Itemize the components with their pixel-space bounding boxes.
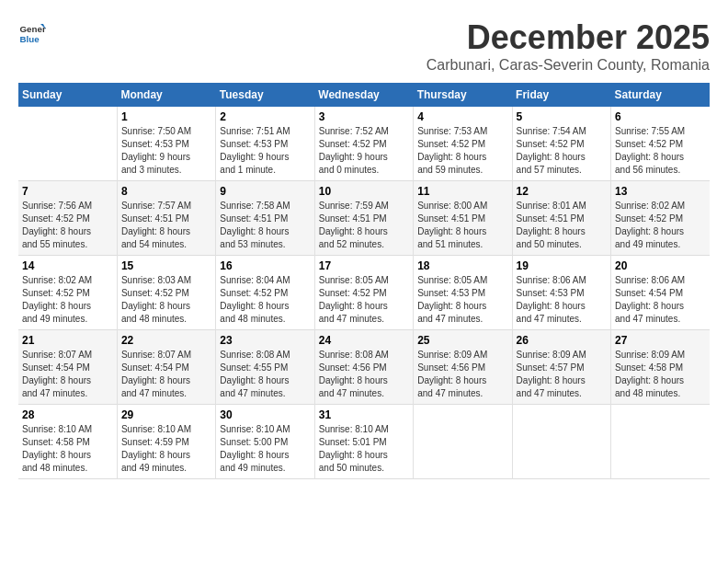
day-number: 19 <box>517 259 607 272</box>
calendar-cell: 8Sunrise: 7:57 AMSunset: 4:51 PMDaylight… <box>117 181 215 256</box>
calendar-cell: 2Sunrise: 7:51 AMSunset: 4:53 PMDaylight… <box>216 107 314 181</box>
daylight-line2: and 47 minutes. <box>121 387 211 400</box>
day-number: 8 <box>121 185 211 198</box>
sunrise-text: Sunrise: 8:06 AM <box>615 274 706 287</box>
daylight-line2: and 47 minutes. <box>22 387 113 400</box>
daylight-line2: and 56 minutes. <box>615 164 706 177</box>
sunset-text: Sunset: 5:01 PM <box>319 436 409 449</box>
day-info: Sunrise: 7:52 AMSunset: 4:52 PMDaylight:… <box>319 125 409 177</box>
day-info: Sunrise: 8:09 AMSunset: 4:57 PMDaylight:… <box>517 349 607 400</box>
calendar-cell: 28Sunrise: 8:10 AMSunset: 4:58 PMDayligh… <box>18 405 117 479</box>
sunrise-text: Sunrise: 7:58 AM <box>220 200 310 213</box>
sunrise-text: Sunrise: 7:50 AM <box>121 125 211 138</box>
sunrise-text: Sunrise: 8:05 AM <box>417 274 507 287</box>
day-info: Sunrise: 8:10 AMSunset: 5:01 PMDaylight:… <box>319 423 409 475</box>
daylight-line2: and 48 minutes. <box>22 462 113 475</box>
week-row-2: 7Sunrise: 7:56 AMSunset: 4:52 PMDaylight… <box>18 181 710 256</box>
day-number: 9 <box>220 185 310 198</box>
day-number: 18 <box>417 259 507 272</box>
calendar-cell: 4Sunrise: 7:53 AMSunset: 4:52 PMDaylight… <box>414 107 512 181</box>
day-info: Sunrise: 8:09 AMSunset: 4:58 PMDaylight:… <box>615 349 706 400</box>
sunset-text: Sunset: 5:00 PM <box>220 436 310 449</box>
sunset-text: Sunset: 4:52 PM <box>517 138 607 151</box>
sunset-text: Sunset: 4:54 PM <box>22 362 113 374</box>
calendar-cell: 14Sunrise: 8:02 AMSunset: 4:52 PMDayligh… <box>18 256 117 330</box>
daylight-line1: Daylight: 8 hours <box>615 225 706 238</box>
daylight-line2: and 48 minutes. <box>121 313 211 326</box>
sunrise-text: Sunrise: 7:53 AM <box>417 125 507 138</box>
daylight-line2: and 47 minutes. <box>417 387 507 400</box>
sunrise-text: Sunrise: 7:52 AM <box>319 125 409 138</box>
sunrise-text: Sunrise: 8:00 AM <box>417 200 507 213</box>
daylight-line1: Daylight: 8 hours <box>517 151 607 164</box>
daylight-line2: and 49 minutes. <box>22 313 113 326</box>
sunset-text: Sunset: 4:52 PM <box>615 138 706 151</box>
day-number: 7 <box>22 185 113 198</box>
sunrise-text: Sunrise: 8:10 AM <box>121 423 211 436</box>
page-subtitle: Carbunari, Caras-Severin County, Romania <box>427 57 710 74</box>
sunset-text: Sunset: 4:56 PM <box>417 362 507 374</box>
calendar-cell: 15Sunrise: 8:03 AMSunset: 4:52 PMDayligh… <box>117 256 215 330</box>
daylight-line2: and 49 minutes. <box>615 238 706 251</box>
daylight-line2: and 48 minutes. <box>220 313 310 326</box>
sunset-text: Sunset: 4:53 PM <box>220 138 310 151</box>
sunset-text: Sunset: 4:57 PM <box>517 362 607 374</box>
sunset-text: Sunset: 4:53 PM <box>121 138 211 151</box>
calendar-cell: 13Sunrise: 8:02 AMSunset: 4:52 PMDayligh… <box>611 181 710 256</box>
daylight-line1: Daylight: 8 hours <box>517 374 607 387</box>
day-info: Sunrise: 8:05 AMSunset: 4:52 PMDaylight:… <box>319 274 409 326</box>
sunset-text: Sunset: 4:51 PM <box>220 213 310 225</box>
day-number: 10 <box>319 185 409 198</box>
page-header: General Blue December 2025 Carbunari, Ca… <box>18 18 710 74</box>
daylight-line1: Daylight: 8 hours <box>319 449 409 462</box>
sunset-text: Sunset: 4:54 PM <box>615 287 706 300</box>
calendar-cell: 27Sunrise: 8:09 AMSunset: 4:58 PMDayligh… <box>611 330 710 405</box>
daylight-line2: and 55 minutes. <box>22 238 113 251</box>
daylight-line1: Daylight: 8 hours <box>615 374 706 387</box>
day-number: 30 <box>220 408 310 421</box>
day-info: Sunrise: 8:05 AMSunset: 4:53 PMDaylight:… <box>417 274 507 326</box>
weekday-header-monday: Monday <box>117 83 215 107</box>
calendar-cell <box>18 107 117 181</box>
sunset-text: Sunset: 4:51 PM <box>319 213 409 225</box>
day-info: Sunrise: 8:06 AMSunset: 4:53 PMDaylight:… <box>517 274 607 326</box>
day-info: Sunrise: 8:10 AMSunset: 5:00 PMDaylight:… <box>220 423 310 475</box>
week-row-5: 28Sunrise: 8:10 AMSunset: 4:58 PMDayligh… <box>18 405 710 479</box>
sunrise-text: Sunrise: 8:04 AM <box>220 274 310 287</box>
calendar-cell: 18Sunrise: 8:05 AMSunset: 4:53 PMDayligh… <box>414 256 512 330</box>
svg-text:Blue: Blue <box>20 34 40 44</box>
day-info: Sunrise: 8:07 AMSunset: 4:54 PMDaylight:… <box>22 349 113 400</box>
daylight-line2: and 51 minutes. <box>417 238 507 251</box>
day-number: 4 <box>417 110 507 123</box>
sunrise-text: Sunrise: 8:01 AM <box>517 200 607 213</box>
day-number: 29 <box>121 408 211 421</box>
day-info: Sunrise: 8:08 AMSunset: 4:56 PMDaylight:… <box>319 349 409 400</box>
day-number: 1 <box>121 110 211 123</box>
sunset-text: Sunset: 4:52 PM <box>417 138 507 151</box>
day-info: Sunrise: 7:53 AMSunset: 4:52 PMDaylight:… <box>417 125 507 177</box>
daylight-line2: and 59 minutes. <box>417 164 507 177</box>
sunset-text: Sunset: 4:52 PM <box>319 287 409 300</box>
day-number: 13 <box>615 185 706 198</box>
sunrise-text: Sunrise: 8:08 AM <box>220 349 310 362</box>
day-number: 6 <box>615 110 706 123</box>
day-info: Sunrise: 8:10 AMSunset: 4:58 PMDaylight:… <box>22 423 113 475</box>
day-number: 31 <box>319 408 409 421</box>
sunset-text: Sunset: 4:58 PM <box>615 362 706 374</box>
daylight-line1: Daylight: 8 hours <box>615 300 706 313</box>
calendar-cell: 25Sunrise: 8:09 AMSunset: 4:56 PMDayligh… <box>414 330 512 405</box>
calendar-cell: 16Sunrise: 8:04 AMSunset: 4:52 PMDayligh… <box>216 256 314 330</box>
sunrise-text: Sunrise: 8:08 AM <box>319 349 409 362</box>
sunrise-text: Sunrise: 8:10 AM <box>220 423 310 436</box>
calendar-cell: 29Sunrise: 8:10 AMSunset: 4:59 PMDayligh… <box>117 405 215 479</box>
calendar-cell: 24Sunrise: 8:08 AMSunset: 4:56 PMDayligh… <box>314 330 413 405</box>
sunrise-text: Sunrise: 8:07 AM <box>121 349 211 362</box>
day-info: Sunrise: 7:51 AMSunset: 4:53 PMDaylight:… <box>220 125 310 177</box>
daylight-line1: Daylight: 9 hours <box>121 151 211 164</box>
daylight-line2: and 47 minutes. <box>615 313 706 326</box>
daylight-line1: Daylight: 8 hours <box>121 300 211 313</box>
daylight-line1: Daylight: 8 hours <box>121 449 211 462</box>
sunset-text: Sunset: 4:55 PM <box>220 362 310 374</box>
calendar-cell: 11Sunrise: 8:00 AMSunset: 4:51 PMDayligh… <box>414 181 512 256</box>
calendar-cell: 5Sunrise: 7:54 AMSunset: 4:52 PMDaylight… <box>512 107 610 181</box>
